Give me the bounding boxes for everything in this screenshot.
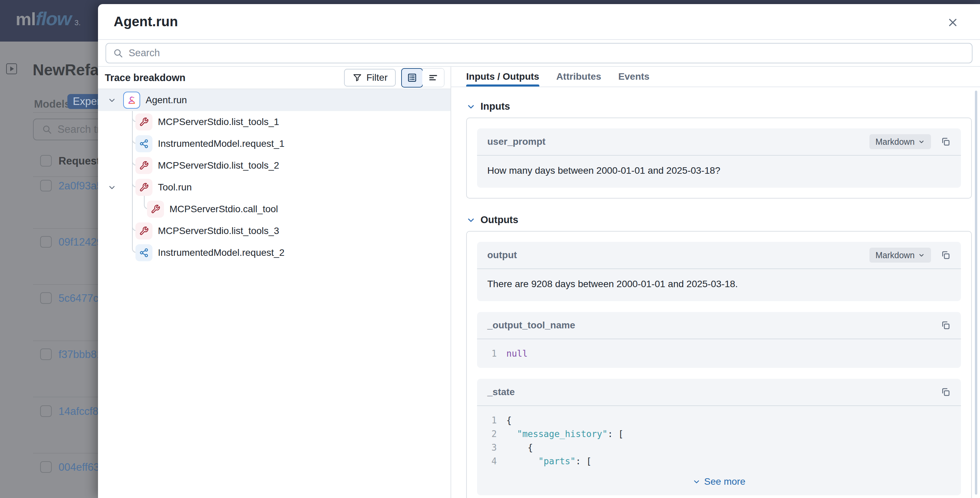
- detail-tabs: Inputs / Outputs Attributes Events: [451, 67, 980, 87]
- span-label: InstrumentedModel.request_2: [158, 247, 285, 258]
- experiment-page-background: NewRefac Models Experi Request 2a0f93a5 …: [0, 42, 98, 498]
- code-line: 1 null: [487, 347, 951, 361]
- renderer-select[interactable]: Markdown: [869, 247, 931, 263]
- see-more-button[interactable]: See more: [477, 471, 961, 495]
- row-checkbox[interactable]: [40, 236, 52, 247]
- search-traces-box[interactable]: [33, 118, 98, 140]
- copy-button[interactable]: [940, 387, 951, 397]
- tree-item-list-tools-3[interactable]: MCPServerStdio.list_tools_3: [98, 220, 450, 242]
- scrollbar[interactable]: [975, 91, 977, 495]
- tree-item-tool-run[interactable]: Tool.run: [98, 176, 450, 198]
- row-checkbox[interactable]: [40, 461, 52, 473]
- field-name: _output_tool_name: [487, 320, 575, 331]
- span-search-box[interactable]: [105, 43, 972, 63]
- trace-link[interactable]: 5c6477c: [59, 292, 98, 305]
- tree-item-request-1[interactable]: InstrumentedModel.request_1: [98, 133, 450, 155]
- field-output-tool-name: _output_tool_name 1: [477, 312, 961, 368]
- field-user-prompt: user_prompt Markdown: [477, 128, 961, 188]
- trace-link[interactable]: 004eff63: [59, 461, 98, 474]
- copy-button[interactable]: [940, 137, 951, 147]
- inputs-section-header[interactable]: Inputs: [466, 101, 972, 112]
- field-state: _state 1{: [477, 379, 961, 495]
- filter-label: Filter: [366, 72, 388, 83]
- span-label: MCPServerStdio.list_tools_2: [158, 160, 279, 171]
- trace-link[interactable]: 2a0f93a5: [59, 180, 98, 192]
- field-value: How many days between 2000-01-01 and 202…: [477, 156, 961, 188]
- detail-view-toggle[interactable]: [401, 68, 423, 88]
- trace-breakdown-heading: Trace breakdown: [105, 72, 185, 83]
- trace-breakdown-panel: Trace breakdown Filter: [98, 67, 451, 498]
- copy-icon: [940, 387, 951, 397]
- view-toggle: [401, 68, 444, 87]
- divider: [33, 284, 98, 285]
- search-traces-input[interactable]: [57, 123, 98, 136]
- span-label: Tool.run: [158, 182, 192, 193]
- request-column-header[interactable]: Request: [59, 155, 98, 167]
- row-checkbox[interactable]: [40, 405, 52, 417]
- field-output: output Markdown: [477, 242, 961, 301]
- mlflow-logo[interactable]: mlflow 3.: [16, 8, 81, 30]
- modal-search-row: [98, 40, 980, 67]
- tree-item-list-tools-1[interactable]: MCPServerStdio.list_tools_1: [98, 111, 450, 133]
- span-search-input[interactable]: [129, 47, 972, 59]
- tree-item-agent-run[interactable]: Agent.run: [98, 89, 450, 111]
- see-more-label: See more: [704, 476, 745, 487]
- copy-icon: [940, 137, 951, 147]
- divider: [33, 176, 98, 177]
- code-line: 3 {: [487, 441, 951, 454]
- wrench-icon: [135, 113, 153, 131]
- modal-titlebar: Agent.run: [98, 4, 980, 40]
- wrench-icon: [135, 179, 153, 196]
- select-all-checkbox[interactable]: [40, 155, 52, 166]
- span-detail-panel: Inputs / Outputs Attributes Events Input…: [451, 67, 980, 498]
- row-checkbox[interactable]: [40, 348, 52, 360]
- row-checkbox[interactable]: [40, 292, 52, 304]
- wrench-icon: [135, 157, 153, 174]
- tree-item-request-2[interactable]: InstrumentedModel.request_2: [98, 242, 450, 263]
- tree-item-list-tools-2[interactable]: MCPServerStdio.list_tools_2: [98, 155, 450, 176]
- trace-link[interactable]: 09f12429: [59, 236, 98, 248]
- tab-models[interactable]: Models: [34, 98, 70, 110]
- search-icon: [113, 48, 123, 58]
- renderer-select[interactable]: Markdown: [869, 134, 931, 149]
- close-button[interactable]: [945, 15, 960, 30]
- tree-item-call-tool[interactable]: MCPServerStdio.call_tool: [98, 198, 450, 220]
- divider: [33, 112, 98, 113]
- chevron-down-icon[interactable]: [108, 96, 116, 107]
- wrench-icon: [135, 222, 153, 239]
- screen: mlflow 3. NewRefac Models Experi Request…: [0, 0, 980, 498]
- chevron-down-icon[interactable]: [108, 183, 116, 194]
- copy-button[interactable]: [940, 320, 951, 330]
- span-label: MCPServerStdio.call_tool: [169, 204, 278, 215]
- play-icon: [6, 63, 17, 74]
- chevron-down-icon: [918, 252, 925, 259]
- outputs-section-header[interactable]: Outputs: [466, 214, 972, 225]
- tab-attributes[interactable]: Attributes: [556, 67, 601, 86]
- row-checkbox[interactable]: [40, 180, 52, 192]
- copy-button[interactable]: [940, 250, 951, 260]
- chevron-down-icon: [692, 477, 701, 486]
- filter-button[interactable]: Filter: [344, 69, 396, 86]
- span-label: InstrumentedModel.request_1: [158, 138, 285, 149]
- tab-events[interactable]: Events: [618, 67, 649, 86]
- detail-content: Inputs user_prompt Markdown: [451, 87, 980, 498]
- inputs-card: user_prompt Markdown: [466, 118, 972, 199]
- divider: [33, 341, 98, 341]
- search-icon: [42, 124, 52, 134]
- wrench-icon: [147, 201, 164, 218]
- tab-experiments[interactable]: Experi: [67, 94, 98, 109]
- outputs-card: output Markdown: [466, 231, 972, 498]
- tab-inputs-outputs[interactable]: Inputs / Outputs: [466, 67, 539, 86]
- timeline-view-toggle[interactable]: [422, 69, 444, 87]
- copy-icon: [940, 320, 951, 330]
- span-label: MCPServerStdio.list_tools_1: [158, 117, 279, 128]
- span-tree: Agent.run MCPServerStdio.list_tools_1 In…: [98, 89, 450, 498]
- trace-link[interactable]: f37bbb81: [59, 348, 98, 361]
- model-network-icon: [135, 244, 153, 261]
- list-view-icon: [407, 73, 417, 83]
- field-value: There are 9208 days between 2000-01-01 a…: [477, 269, 961, 301]
- funnel-icon: [352, 73, 363, 83]
- chevron-down-icon: [466, 102, 476, 112]
- trace-link[interactable]: 14afccf8: [59, 405, 98, 418]
- renderer-label: Markdown: [875, 251, 915, 260]
